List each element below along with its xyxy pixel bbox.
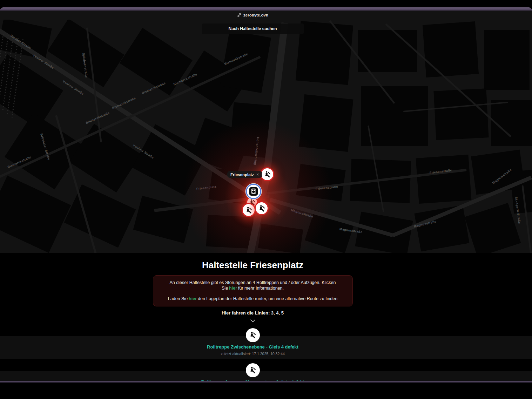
- url-text[interactable]: zerobyte.ovh: [243, 13, 268, 17]
- disruption-marker[interactable]: [260, 167, 274, 181]
- building-shape: [5, 113, 83, 189]
- disruption-link[interactable]: Rolltreppe Zwischenebene - Gleis 4 defek…: [0, 344, 519, 350]
- warning-text: den Lageplan der Haltestelle runter, um …: [198, 296, 337, 301]
- disruption-updated: zuletzt aktualisiert: 17.1.2025, 10:32:4…: [0, 352, 519, 356]
- station-popup: Friesenplatz ×: [227, 171, 262, 178]
- page-title: Haltestelle Friesenplatz: [0, 260, 519, 271]
- download-plan-link[interactable]: hier: [189, 296, 197, 301]
- escalator-icon: [246, 363, 260, 377]
- building-shape: [0, 176, 71, 253]
- window-bottom-border: [0, 381, 532, 383]
- map[interactable]: Venloer StraßeVenloer StraßeVenloer Stra…: [0, 20, 532, 253]
- url-toolbar: zerobyte.ovh: [0, 11, 532, 20]
- building-shape: [133, 196, 193, 243]
- search-input[interactable]: [202, 23, 304, 34]
- station-panel: Haltestelle Friesenplatz An dieser Halte…: [0, 253, 532, 381]
- warning-line-1: An dieser Haltestelle gibt es Störungen …: [160, 280, 345, 291]
- disruption-marker[interactable]: [242, 203, 256, 217]
- disruption-marker[interactable]: [255, 201, 269, 215]
- building-shape: [415, 205, 470, 252]
- disruption-card: Rolltreppe Ausgang Magnusstr. aufwärts d…: [0, 371, 532, 381]
- window-top-border: [0, 7, 532, 11]
- warning-text: Laden Sie: [168, 296, 188, 301]
- tram-icon: [249, 187, 258, 196]
- app-window: zerobyte.ovh Venloer StraßeVenloer Straß…: [0, 0, 532, 399]
- warning-box: An dieser Haltestelle gibt es Störungen …: [153, 275, 353, 306]
- building-shape: [69, 124, 141, 192]
- lines-info: Hier fahren die Linien: 3, 4, 5: [0, 310, 519, 316]
- link-icon: [237, 13, 241, 17]
- escalator-icon: [246, 328, 260, 342]
- building-shape: [361, 86, 428, 146]
- building-shape: [484, 30, 530, 90]
- building-shape: [433, 88, 489, 140]
- building-shape: [465, 203, 521, 253]
- building-shape: [416, 155, 472, 204]
- building-shape: [296, 164, 345, 201]
- popup-close-icon[interactable]: ×: [256, 172, 259, 177]
- building-shape: [510, 169, 532, 214]
- building-shape: [258, 224, 303, 253]
- chevron-down-icon[interactable]: [0, 318, 519, 324]
- warning-text: für mehr Informationen.: [238, 286, 284, 291]
- building-shape: [299, 94, 353, 152]
- building-shape: [64, 184, 136, 248]
- disruption-list: Rolltreppe Zwischenebene - Gleis 4 defek…: [0, 336, 532, 381]
- station-marker[interactable]: [246, 184, 261, 199]
- building-shape: [358, 30, 417, 72]
- building-shape: [423, 21, 479, 77]
- info-link[interactable]: hier: [229, 286, 237, 291]
- building-shape: [296, 21, 353, 85]
- disruption-card: Rolltreppe Zwischenebene - Gleis 4 defek…: [0, 336, 532, 359]
- popup-label: Friesenplatz: [230, 173, 254, 177]
- building-shape: [206, 215, 254, 249]
- warning-line-2: Laden Siehierden Lageplan der Haltestell…: [160, 296, 345, 302]
